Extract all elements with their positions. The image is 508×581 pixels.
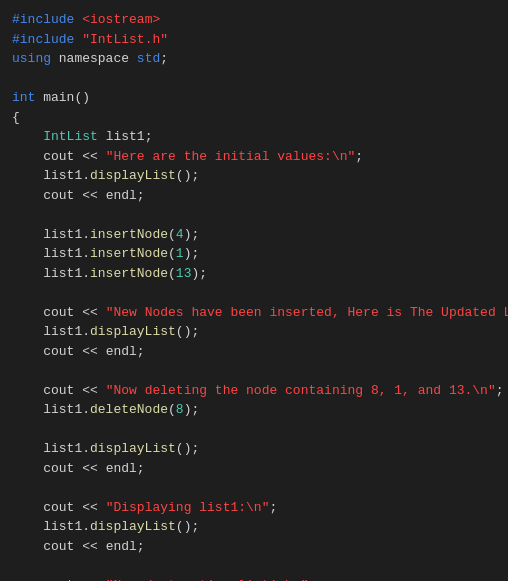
code-line: list1.displayList();	[0, 439, 508, 459]
code-line: #include <iostream>	[0, 10, 508, 30]
code-line: cout << endl;	[0, 459, 508, 479]
code-line: list1.displayList();	[0, 517, 508, 537]
code-line: list1.insertNode(13);	[0, 264, 508, 284]
code-editor: #include <iostream>#include "IntList.h"u…	[0, 0, 508, 581]
code-line: #include "IntList.h"	[0, 30, 508, 50]
code-line: cout << endl;	[0, 342, 508, 362]
code-line: cout << "Displaying list1:\n";	[0, 498, 508, 518]
code-line: using namespace std;	[0, 49, 508, 69]
code-line: list1.insertNode(1);	[0, 244, 508, 264]
code-line: cout << "Now deleting the node containin…	[0, 381, 508, 401]
code-line: list1.displayList();	[0, 166, 508, 186]
code-line: list1.insertNode(4);	[0, 225, 508, 245]
code-line	[0, 478, 508, 498]
code-line: list1.displayList();	[0, 322, 508, 342]
code-line: {	[0, 108, 508, 128]
code-line	[0, 205, 508, 225]
code-content: #include <iostream>#include "IntList.h"u…	[0, 10, 508, 581]
code-line: int main()	[0, 88, 508, 108]
code-line: cout << endl;	[0, 186, 508, 206]
code-line	[0, 420, 508, 440]
code-line: cout << endl;	[0, 537, 508, 557]
code-line	[0, 283, 508, 303]
code-line	[0, 361, 508, 381]
code-line: cout << "Now destructing list1.\n";	[0, 576, 508, 582]
code-line: IntList list1;	[0, 127, 508, 147]
code-line: cout << "New Nodes have been inserted, H…	[0, 303, 508, 323]
code-line: cout << "Here are the initial values:\n"…	[0, 147, 508, 167]
code-line	[0, 69, 508, 89]
code-line	[0, 556, 508, 576]
code-line: list1.deleteNode(8);	[0, 400, 508, 420]
